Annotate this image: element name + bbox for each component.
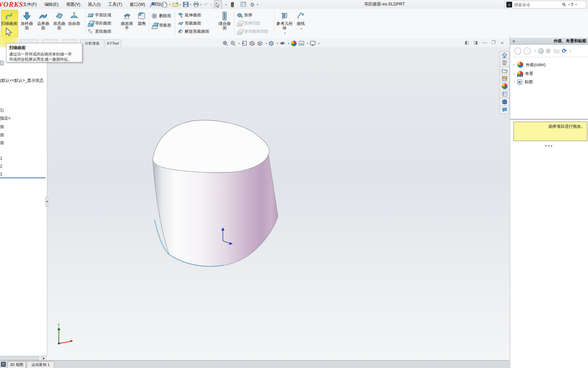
- save-button[interactable]: ▾: [183, 0, 191, 9]
- menu-window[interactable]: 窗口(W): [127, 0, 148, 9]
- splitter-dots[interactable]: [545, 145, 552, 147]
- menu-tools[interactable]: 工具(T): [105, 0, 125, 9]
- menu-view[interactable]: 视图(V): [63, 0, 84, 9]
- collapse-icon[interactable]: «: [512, 38, 554, 44]
- tree-item[interactable]: 面: [0, 124, 4, 130]
- chevron-down-icon[interactable]: ▾: [169, 3, 170, 6]
- view-palette-icon[interactable]: [500, 75, 509, 82]
- tree-item[interactable]: 面: [0, 140, 4, 146]
- previous-view-icon[interactable]: [241, 40, 248, 47]
- knit-surface-button[interactable]: 缝合曲面: [217, 10, 232, 37]
- view-settings-icon[interactable]: [309, 40, 316, 47]
- pin-icon[interactable]: [150, 0, 155, 9]
- ruled-surface-button[interactable]: 直纹曲面: [88, 28, 111, 35]
- extend-surface-button[interactable]: 延伸曲面: [178, 12, 201, 18]
- zoom-area-icon[interactable]: [230, 40, 236, 47]
- freeform-button[interactable]: 自由形: [67, 10, 81, 37]
- chevron-down-icon[interactable]: ▾: [575, 3, 577, 6]
- chevron-down-icon[interactable]: ▾: [239, 42, 240, 45]
- refresh-icon[interactable]: ⟳: [562, 48, 567, 53]
- open-button[interactable]: ▾: [173, 0, 181, 9]
- section-view-icon[interactable]: [249, 40, 256, 47]
- select-tool-button[interactable]: [214, 0, 222, 10]
- expander-icon[interactable]: ›: [513, 62, 515, 67]
- fillet-button[interactable]: 圆角: [135, 10, 148, 37]
- tree-item[interactable]: 指定>: [0, 116, 11, 121]
- design-library-icon[interactable]: [500, 59, 509, 67]
- configuration-text[interactable]: (默认<<默认>_显示状态: [0, 78, 44, 83]
- custom-properties-icon[interactable]: [500, 90, 509, 98]
- tree-item[interactable]: 1: [0, 172, 2, 177]
- home-icon[interactable]: [500, 51, 509, 59]
- new-document-button[interactable]: ▾: [162, 0, 170, 9]
- search-bar[interactable]: ≥ 🔍︎ ▾ ? ▾: [505, 1, 586, 9]
- search-icon[interactable]: 🔍︎: [562, 2, 566, 7]
- pane-left-icon[interactable]: ◧: [464, 40, 470, 46]
- hide-show-items-icon[interactable]: [279, 40, 286, 47]
- chat-icon[interactable]: [500, 106, 509, 114]
- display-style-icon[interactable]: [268, 40, 275, 47]
- print-button[interactable]: ▾: [193, 0, 201, 9]
- expander-icon[interactable]: ›: [513, 71, 515, 76]
- chevron-down-icon[interactable]: ▾: [300, 27, 302, 31]
- flatten-surface-button[interactable]: 曲面展平: [119, 10, 135, 37]
- solidworks-forum-icon[interactable]: [500, 98, 509, 106]
- chevron-down-icon[interactable]: ▾: [265, 42, 267, 45]
- select-dropdown[interactable]: ▾: [224, 0, 227, 9]
- panel-splitter-grip[interactable]: ◀: [45, 197, 48, 206]
- pane-right-icon[interactable]: ◨: [473, 40, 478, 46]
- tree-item[interactable]: 2: [0, 164, 2, 169]
- tab-3d-view[interactable]: 3D 视图: [7, 361, 26, 368]
- chevron-down-icon[interactable]: ▾: [257, 3, 258, 6]
- chevron-down-icon[interactable]: ▾: [284, 31, 285, 35]
- tab-analysis-prep[interactable]: 分析准备: [80, 40, 104, 47]
- zoom-fit-icon[interactable]: [222, 40, 229, 47]
- chevron-down-icon[interactable]: ▾: [568, 3, 570, 6]
- tree-item-appearance[interactable]: › 外观(color): [513, 61, 545, 69]
- tree-item-scenes[interactable]: › 布景: [513, 70, 533, 78]
- untrim-surface-button[interactable]: 解除剪裁曲面: [178, 28, 209, 35]
- model-oblique-cylinder[interactable]: [150, 118, 286, 298]
- chevron-down-icon[interactable]: ▾: [288, 42, 289, 45]
- appearances-scenes-icon[interactable]: [500, 82, 509, 90]
- up-icon[interactable]: ↑: [569, 48, 572, 54]
- tree-item-decals[interactable]: › 贴图: [513, 78, 533, 86]
- graphics-viewport[interactable]: Y: [47, 47, 509, 360]
- minimize-icon[interactable]: —: [482, 40, 487, 46]
- scrollbar-thumb[interactable]: [0, 356, 39, 360]
- chevron-down-icon[interactable]: ▾: [190, 3, 191, 6]
- chevron-down-icon[interactable]: ▾: [318, 42, 320, 45]
- chevron-down-icon[interactable]: ▾: [277, 42, 278, 45]
- help-icon[interactable]: ?: [571, 2, 573, 7]
- chevron-down-icon[interactable]: ▾: [179, 3, 181, 6]
- file-explorer-icon[interactable]: [500, 67, 509, 75]
- pane-splitter[interactable]: [510, 119, 588, 120]
- options-button[interactable]: ⚙ ▾: [250, 0, 258, 9]
- offset-surface-button[interactable]: 等距曲面: [88, 20, 111, 27]
- restore-icon[interactable]: ❐: [491, 40, 496, 46]
- thicken-button[interactable]: 加厚: [237, 12, 252, 18]
- filled-surface-button[interactable]: 填充曲面: [52, 10, 67, 37]
- reference-geometry-button[interactable]: 参考几何体 ▾: [276, 10, 293, 37]
- replace-face-button[interactable]: 替换面: [152, 22, 171, 29]
- rollback-bar[interactable]: [0, 178, 46, 178]
- edit-appearance-icon[interactable]: [290, 40, 297, 47]
- boundary-surface-button[interactable]: 边界曲面: [36, 10, 51, 37]
- tab-kytool[interactable]: KYTool: [105, 40, 121, 47]
- tree-item[interactable]: 1: [0, 156, 2, 161]
- chevron-down-icon[interactable]: ▾: [200, 3, 201, 6]
- tree-item[interactable]: 面: [0, 132, 4, 138]
- curves-button[interactable]: 曲线 ▾: [295, 10, 307, 37]
- chevron-down-icon[interactable]: ▾: [307, 42, 308, 45]
- tab-motion-study[interactable]: 运动算例 1: [27, 361, 54, 368]
- expander-icon[interactable]: ›: [513, 79, 515, 84]
- trim-surface-button[interactable]: 剪裁曲面: [178, 20, 201, 27]
- menu-file[interactable]: 文件(F): [20, 0, 40, 9]
- rebuild-button[interactable]: [231, 0, 236, 9]
- delete-face-button[interactable]: 删除面: [152, 12, 171, 19]
- menu-edit[interactable]: 编辑(E): [41, 0, 62, 9]
- file-properties-button[interactable]: [241, 0, 246, 9]
- menu-insert[interactable]: 插入(I): [85, 0, 104, 9]
- apply-scene-icon[interactable]: [298, 40, 305, 47]
- search-input[interactable]: [513, 2, 556, 7]
